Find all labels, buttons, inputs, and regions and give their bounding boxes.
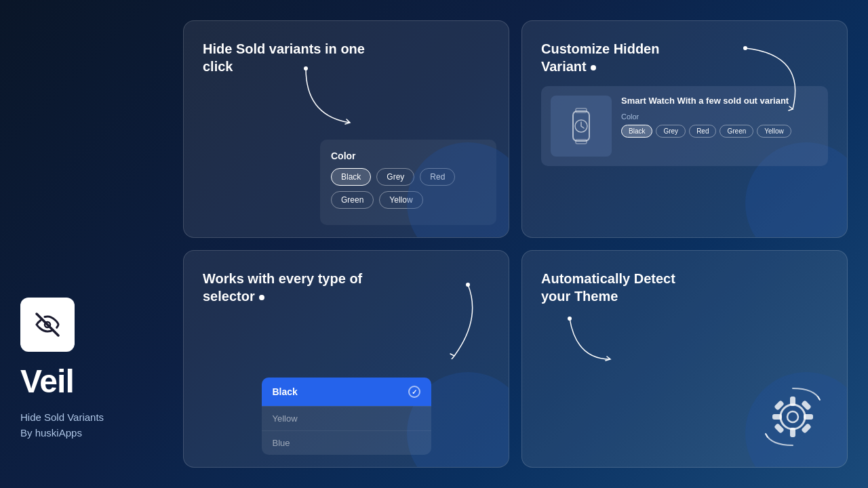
card-selector-types: Works with every type of selector Black … (183, 250, 509, 468)
svg-point-2 (743, 46, 747, 50)
card3-title: Works with every type of selector (203, 270, 366, 305)
svg-point-9 (781, 405, 805, 429)
color-row-1: Black Grey Red (331, 168, 486, 186)
svg-point-7 (466, 283, 470, 287)
dropdown-selected-option[interactable]: Black ✓ (262, 378, 431, 406)
gear-icon (759, 383, 827, 451)
svg-rect-14 (804, 414, 813, 420)
arrow4-svg (556, 305, 624, 373)
card2-title: Customize Hidden Variant (541, 40, 704, 75)
svg-rect-11 (790, 396, 795, 406)
brand-tagline: Hide Sold Variants By huskiApps (20, 410, 170, 441)
svg-rect-13 (772, 414, 782, 420)
gear-container (759, 383, 827, 453)
main-layout: Veil Hide Sold Variants By huskiApps Hid… (0, 0, 868, 488)
color-btn-red[interactable]: Red (420, 168, 455, 186)
color-btn-black[interactable]: Black (331, 168, 371, 186)
dropdown-box: Black ✓ Yellow Blue (262, 378, 431, 455)
eye-slash-icon (33, 310, 62, 340)
arrow3-svg (420, 278, 488, 359)
color-row-2: Green Yellow (331, 191, 486, 209)
prod-btn-black[interactable]: Black (621, 125, 652, 138)
prod-btn-yellow[interactable]: Yellow (757, 125, 791, 138)
arrow2-svg (725, 41, 806, 116)
arrow1-svg (299, 62, 360, 129)
svg-rect-12 (790, 428, 795, 437)
svg-point-8 (568, 317, 572, 321)
watch-image (551, 96, 612, 157)
card4-title: Automatically Detect your Theme (541, 270, 704, 305)
dropdown-option-yellow[interactable]: Yellow (262, 406, 431, 430)
prod-btn-green[interactable]: Green (719, 125, 753, 138)
color-selector-box: Color Black Grey Red Green Yellow (320, 140, 496, 225)
prod-btn-red[interactable]: Red (689, 125, 716, 138)
color-btn-grey[interactable]: Grey (376, 168, 414, 186)
card-auto-detect: Automatically Detect your Theme (521, 250, 848, 468)
color-btn-yellow[interactable]: Yellow (379, 191, 422, 209)
card-hide-sold: Hide Sold variants in one click Color Bl… (183, 20, 509, 238)
prod-btn-grey[interactable]: Grey (656, 125, 686, 138)
cards-grid: Hide Sold variants in one click Color Bl… (183, 20, 848, 468)
logo-icon-wrap (20, 298, 75, 352)
color-label: Color (331, 150, 486, 161)
bullet-dot (591, 65, 596, 70)
check-icon: ✓ (408, 386, 420, 398)
color-btn-green[interactable]: Green (331, 191, 374, 209)
svg-point-10 (787, 411, 798, 422)
bullet-dot-3 (259, 295, 264, 300)
svg-point-1 (304, 66, 308, 70)
dropdown-option-blue[interactable]: Blue (262, 430, 431, 455)
brand-name: Veil (20, 365, 170, 398)
product-color-buttons: Black Grey Red Green Yellow (621, 125, 818, 138)
sidebar: Veil Hide Sold Variants By huskiApps (20, 20, 170, 468)
watch-icon (561, 106, 601, 146)
card-customize-hidden: Customize Hidden Variant (521, 20, 848, 238)
